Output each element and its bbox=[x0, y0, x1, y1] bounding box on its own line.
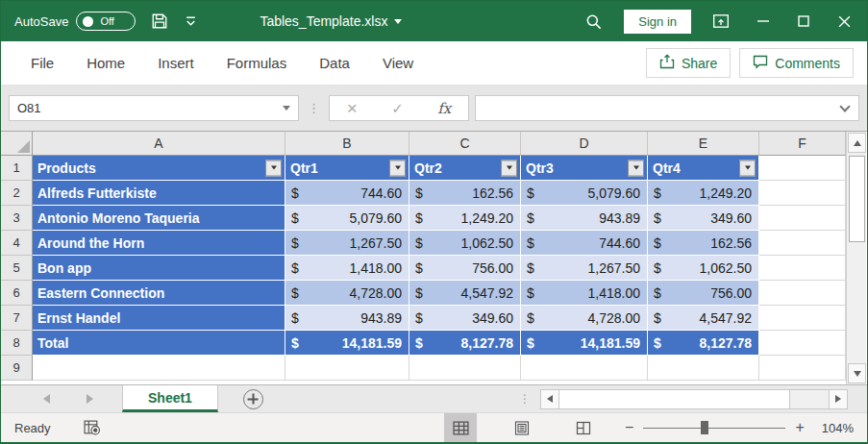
cell-money[interactable]: $756.00 bbox=[409, 256, 521, 281]
cell-product[interactable]: Bon app bbox=[33, 256, 285, 281]
cell-money[interactable]: $5,079.60 bbox=[285, 206, 409, 231]
cell-money[interactable]: $4,728.00 bbox=[521, 306, 648, 331]
cell-money[interactable]: $5,079.60 bbox=[521, 181, 648, 206]
cell-money[interactable]: $744.60 bbox=[285, 181, 409, 206]
page-break-preview-button[interactable] bbox=[567, 413, 600, 442]
horizontal-scrollbar-thumb[interactable] bbox=[559, 390, 790, 408]
cell-total[interactable]: $14,181.59 bbox=[285, 331, 409, 356]
zoom-in-button[interactable]: + bbox=[795, 419, 804, 436]
tab-file[interactable]: File bbox=[14, 55, 70, 71]
table-header-qtr1[interactable]: Qtr1 bbox=[285, 156, 409, 181]
page-layout-view-button[interactable] bbox=[506, 413, 538, 442]
tab-data[interactable]: Data bbox=[303, 55, 366, 71]
cell-C9[interactable] bbox=[409, 356, 521, 381]
expand-formula-bar-icon[interactable] bbox=[839, 101, 850, 111]
sheet-tab-sheet1[interactable]: Sheet1 bbox=[122, 385, 218, 412]
cell-money[interactable]: $1,249.20 bbox=[409, 206, 521, 231]
column-header-D[interactable]: D bbox=[521, 132, 648, 156]
cell-F6[interactable] bbox=[759, 281, 846, 306]
cell-F2[interactable] bbox=[759, 181, 846, 206]
macro-record-icon[interactable] bbox=[84, 420, 101, 435]
table-header-qtr4[interactable]: Qtr4 bbox=[648, 156, 759, 181]
normal-view-button[interactable] bbox=[444, 413, 477, 442]
document-title[interactable]: Tables_Template.xlsx bbox=[260, 13, 402, 29]
cell-money[interactable]: $1,267.50 bbox=[521, 256, 648, 281]
cell-product[interactable]: Around the Horn bbox=[33, 231, 285, 256]
filter-button-qtr2[interactable] bbox=[501, 160, 517, 176]
cell-money[interactable]: $1,062.50 bbox=[409, 231, 521, 256]
cell-F8[interactable] bbox=[759, 331, 846, 356]
previous-sheet-icon[interactable] bbox=[43, 394, 50, 404]
filter-button-qtr3[interactable] bbox=[628, 160, 644, 176]
filter-button-products[interactable] bbox=[265, 160, 282, 176]
formula-input[interactable] bbox=[475, 95, 859, 121]
column-header-E[interactable]: E bbox=[648, 132, 759, 156]
cell-money[interactable]: $1,418.00 bbox=[285, 256, 409, 281]
table-header-qtr3[interactable]: Qtr3 bbox=[521, 156, 648, 181]
close-icon[interactable] bbox=[837, 14, 852, 29]
column-header-A[interactable]: A bbox=[33, 132, 285, 156]
cell-money[interactable]: $4,728.00 bbox=[285, 281, 409, 306]
row-header-5[interactable]: 5 bbox=[1, 256, 33, 281]
name-box-dropdown-icon[interactable] bbox=[283, 106, 290, 111]
horizontal-scrollbar[interactable] bbox=[540, 389, 848, 409]
name-box[interactable]: O81 bbox=[9, 95, 299, 121]
tab-home[interactable]: Home bbox=[70, 55, 141, 71]
row-header-1[interactable]: 1 bbox=[1, 156, 33, 181]
zoom-slider-thumb[interactable] bbox=[701, 421, 708, 434]
cell-product[interactable]: Eastern Connection bbox=[33, 281, 285, 306]
ribbon-display-options-icon[interactable] bbox=[712, 12, 730, 30]
cell-money[interactable]: $744.60 bbox=[521, 231, 648, 256]
cell-E9[interactable] bbox=[648, 356, 759, 381]
scroll-down-button[interactable] bbox=[848, 363, 866, 383]
cell-A9[interactable] bbox=[33, 356, 285, 381]
row-header-8[interactable]: 8 bbox=[1, 331, 33, 356]
cell-B9[interactable] bbox=[285, 356, 409, 381]
cell-money[interactable]: $943.89 bbox=[521, 206, 648, 231]
row-header-6[interactable]: 6 bbox=[1, 281, 33, 306]
tab-bar-grip-icon[interactable]: ⋮ bbox=[519, 392, 531, 406]
scroll-right-button[interactable] bbox=[829, 390, 847, 408]
cell-money[interactable]: $943.89 bbox=[285, 306, 409, 331]
search-icon[interactable] bbox=[584, 12, 603, 31]
cell-D9[interactable] bbox=[521, 356, 648, 381]
enter-icon[interactable]: ✓ bbox=[391, 100, 404, 117]
tab-view[interactable]: View bbox=[366, 55, 430, 71]
minimize-icon[interactable] bbox=[756, 14, 770, 28]
filter-button-qtr4[interactable] bbox=[739, 160, 756, 176]
cell-product[interactable]: Ernst Handel bbox=[33, 306, 285, 331]
new-sheet-button[interactable] bbox=[243, 389, 263, 409]
comments-button[interactable]: Comments bbox=[739, 48, 854, 78]
cell-F5[interactable] bbox=[759, 256, 846, 281]
cell-money[interactable]: $1,249.20 bbox=[648, 181, 759, 206]
cell-F9[interactable] bbox=[759, 356, 846, 381]
cell-money[interactable]: $1,418.00 bbox=[521, 281, 648, 306]
cell-total-label[interactable]: Total bbox=[33, 331, 285, 356]
column-header-B[interactable]: B bbox=[285, 132, 409, 156]
cell-money[interactable]: $4,547.92 bbox=[648, 306, 759, 331]
cell-money[interactable]: $162.56 bbox=[648, 231, 759, 256]
next-sheet-icon[interactable] bbox=[87, 394, 93, 404]
column-header-F[interactable]: F bbox=[759, 132, 846, 156]
cancel-icon[interactable]: × bbox=[347, 99, 358, 117]
share-button[interactable]: Share bbox=[646, 48, 731, 78]
cell-money[interactable]: $1,267.50 bbox=[285, 231, 409, 256]
row-header-7[interactable]: 7 bbox=[1, 306, 33, 331]
row-header-4[interactable]: 4 bbox=[1, 231, 33, 256]
maximize-icon[interactable] bbox=[797, 14, 810, 28]
tab-formulas[interactable]: Formulas bbox=[211, 55, 304, 71]
cell-F7[interactable] bbox=[759, 306, 846, 331]
table-header-products[interactable]: Products bbox=[33, 156, 285, 181]
zoom-slider[interactable] bbox=[643, 420, 785, 435]
select-all-button[interactable] bbox=[1, 132, 33, 156]
zoom-level[interactable]: 104% bbox=[822, 421, 854, 435]
autosave-toggle[interactable]: AutoSave Off bbox=[14, 12, 136, 31]
cell-total[interactable]: $8,127.78 bbox=[648, 331, 759, 356]
scroll-left-button[interactable] bbox=[541, 390, 559, 408]
formula-bar-grip-icon[interactable]: ⋮ bbox=[308, 101, 320, 115]
quick-access-toolbar-icon[interactable] bbox=[184, 15, 198, 28]
vertical-scrollbar-thumb[interactable] bbox=[849, 156, 865, 242]
cell-money[interactable]: $756.00 bbox=[648, 281, 759, 306]
save-icon[interactable] bbox=[151, 12, 168, 30]
cell-F3[interactable] bbox=[759, 206, 846, 231]
